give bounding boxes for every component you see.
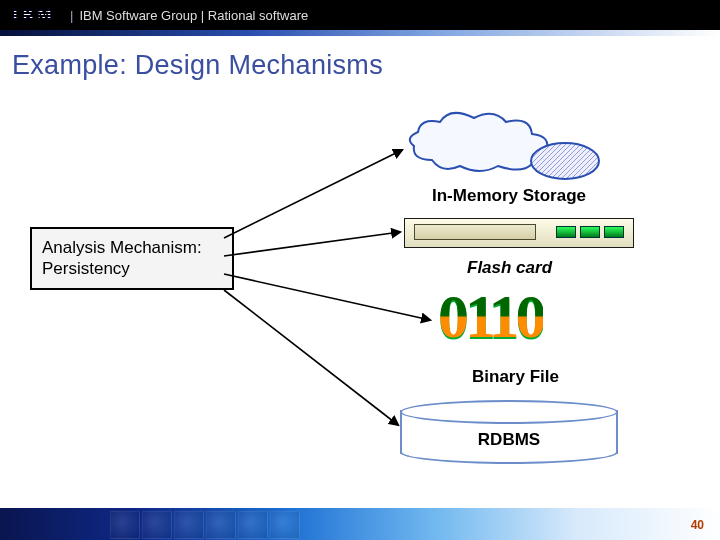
separator: | — [201, 8, 208, 23]
rdbms-cylinder: RDBMS — [400, 400, 618, 464]
in-memory-label: In-Memory Storage — [432, 186, 586, 206]
header-product: Rational software — [208, 8, 308, 23]
svg-line-5 — [224, 290, 398, 425]
footer-bar — [0, 508, 720, 540]
header-bar: IBM | IBM Software Group | Rational soft… — [0, 0, 720, 30]
slide: IBM | IBM Software Group | Rational soft… — [0, 0, 720, 540]
rdbms-label: RDBMS — [400, 430, 618, 450]
header-text: IBM Software Group | Rational software — [79, 8, 308, 23]
header-group: IBM Software Group — [79, 8, 197, 23]
flash-card-label: Flash card — [467, 258, 552, 278]
svg-line-4 — [224, 274, 430, 320]
binary-file-icon: 0110 — [438, 290, 543, 343]
svg-point-1 — [531, 143, 599, 179]
slide-title: Example: Design Mechanisms — [12, 50, 383, 81]
separator: | — [70, 8, 73, 23]
cloud-icon-small — [525, 135, 605, 183]
svg-line-3 — [224, 232, 400, 256]
ibm-logo: IBM — [10, 6, 58, 24]
svg-line-2 — [224, 150, 402, 238]
page-number: 40 — [691, 518, 704, 532]
analysis-mechanism-box: Analysis Mechanism: Persistency — [30, 227, 234, 290]
binary-file-label: Binary File — [472, 367, 559, 387]
footer-decorative-icons — [110, 511, 300, 537]
header-underline — [0, 30, 720, 36]
flash-card-icon — [404, 218, 634, 248]
